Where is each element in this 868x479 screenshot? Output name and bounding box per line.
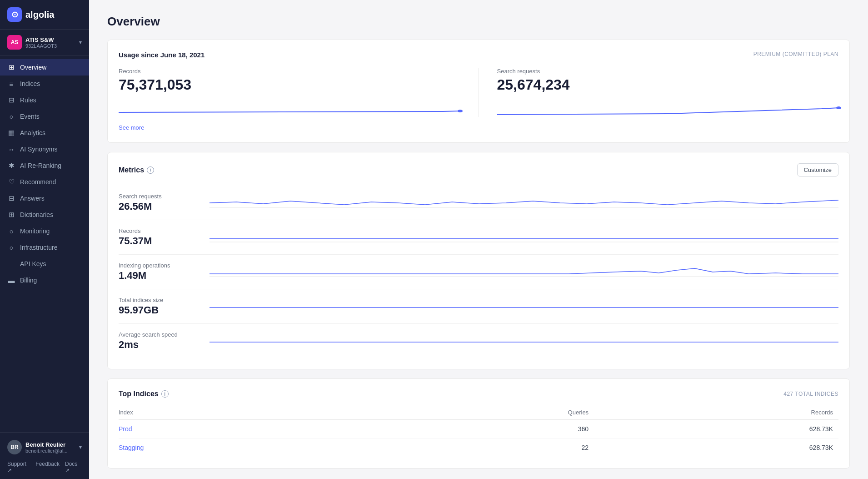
sidebar-item-label: Monitoring [20, 227, 50, 235]
sidebar-item-ai-reranking[interactable]: ✱ AI Re-Ranking [0, 157, 89, 174]
customize-button[interactable]: Customize [797, 163, 838, 176]
col-queries: Queries [375, 405, 594, 420]
search-requests-label: Search requests [497, 68, 839, 75]
sidebar-item-label: Billing [20, 277, 37, 284]
sidebar-item-dictionaries[interactable]: ⊞ Dictionaries [0, 207, 89, 223]
index-records-stagging: 628.73K [594, 439, 838, 457]
algolia-logo-icon: ⊙ [7, 7, 22, 22]
sidebar-item-label: Analytics [20, 129, 45, 136]
overview-icon: ⊞ [7, 63, 15, 71]
records-metric-chart [210, 229, 838, 246]
sidebar-item-api-keys[interactable]: — API Keys [0, 256, 89, 272]
records-label: Records [119, 68, 460, 75]
records-chart [119, 99, 460, 117]
sidebar-item-rules[interactable]: ⊟ Rules [0, 92, 89, 108]
sidebar-item-indices[interactable]: ≡ Indices [0, 76, 89, 92]
index-records-prod: 628.73K [594, 420, 838, 439]
svg-point-0 [458, 110, 463, 112]
metric-value: 1.49M [119, 270, 191, 282]
metrics-title: Metrics i [119, 166, 154, 174]
sidebar-item-label: Infrastructure [20, 244, 57, 251]
metric-value: 26.56M [119, 201, 191, 212]
sidebar-item-label: API Keys [20, 260, 46, 267]
metrics-header: Metrics i Customize [119, 163, 838, 176]
workspace-info: ATIS S&W 932LAAGOT3 [25, 36, 79, 49]
sidebar-item-label: Indices [20, 80, 40, 87]
sidebar-item-monitoring[interactable]: ○ Monitoring [0, 223, 89, 239]
workspace-id: 932LAAGOT3 [25, 43, 79, 49]
events-icon: ○ [7, 112, 15, 121]
indices-icon: ≡ [7, 80, 15, 88]
page-title: Overview [107, 15, 850, 29]
index-name-prod[interactable]: Prod [119, 420, 375, 439]
col-records: Records [594, 405, 838, 420]
see-more-link[interactable]: See more [119, 124, 144, 131]
workspace-name: ATIS S&W [25, 36, 79, 43]
dictionaries-icon: ⊞ [7, 211, 15, 219]
metric-info: Indexing operations 1.49M [119, 262, 191, 282]
docs-link[interactable]: Docs ↗ [65, 461, 82, 474]
ai-synonyms-icon: ↔ [7, 145, 15, 153]
metric-label: Records [119, 227, 191, 234]
support-link[interactable]: Support ↗ [7, 461, 30, 474]
sidebar-item-label: Dictionaries [20, 211, 53, 218]
ai-reranking-icon: ✱ [7, 161, 15, 170]
metric-info: Total indices size 95.97GB [119, 297, 191, 316]
sidebar: ⊙ algolia AS ATIS S&W 932LAAGOT3 ▾ ⊞ Ove… [0, 0, 89, 479]
infrastructure-icon: ○ [7, 243, 15, 252]
main-content: Overview Usage since June 18, 2021 PREMI… [89, 0, 868, 479]
index-queries-stagging: 22 [375, 439, 594, 457]
recommend-icon: ♡ [7, 178, 15, 186]
metric-value: 75.37M [119, 235, 191, 247]
plan-badge: PREMIUM (COMMITTED) PLAN [753, 51, 838, 57]
sidebar-item-answers[interactable]: ⊟ Answers [0, 190, 89, 207]
monitoring-icon: ○ [7, 227, 15, 235]
usage-header: Usage since June 18, 2021 PREMIUM (COMMI… [119, 51, 838, 59]
sidebar-item-label: Overview [20, 64, 46, 71]
sidebar-item-label: AI Re-Ranking [20, 162, 61, 169]
metric-row-search-speed: Average search speed 2ms [119, 324, 838, 358]
sidebar-nav: ⊞ Overview ≡ Indices ⊟ Rules ○ Events ▦ … [0, 55, 89, 432]
indexing-metric-chart [210, 264, 838, 280]
sidebar-item-overview[interactable]: ⊞ Overview [0, 59, 89, 76]
feedback-link[interactable]: Feedback [35, 461, 60, 474]
workspace-selector[interactable]: AS ATIS S&W 932LAAGOT3 ▾ [0, 30, 89, 55]
metric-row-indices-size: Total indices size 95.97GB [119, 289, 838, 324]
col-index: Index [119, 405, 375, 420]
workspace-avatar: AS [7, 35, 22, 50]
sidebar-item-infrastructure[interactable]: ○ Infrastructure [0, 239, 89, 256]
sidebar-item-recommend[interactable]: ♡ Recommend [0, 174, 89, 190]
sidebar-item-billing[interactable]: ▬ Billing [0, 272, 89, 288]
usage-stats: Records 75,371,053 Search requests 25,67… [119, 68, 838, 117]
search-requests-metric-chart [210, 195, 838, 211]
algolia-logo-text: algolia [25, 10, 54, 20]
sidebar-item-ai-synonyms[interactable]: ↔ AI Synonyms [0, 141, 89, 157]
rules-icon: ⊟ [7, 96, 15, 104]
svg-point-1 [836, 106, 841, 109]
total-indices-badge: 427 TOTAL INDICES [783, 391, 838, 397]
metrics-card: Metrics i Customize Search requests 26.5… [107, 152, 850, 369]
user-section[interactable]: BR Benoit Reulier benoit.reulier@al... ▾ [7, 438, 82, 456]
top-indices-header: Top Indices i 427 TOTAL INDICES [119, 390, 838, 398]
answers-icon: ⊟ [7, 194, 15, 202]
table-row: Prod 360 628.73K [119, 420, 838, 439]
sidebar-item-label: AI Synonyms [20, 146, 57, 153]
sidebar-item-events[interactable]: ○ Events [0, 108, 89, 125]
usage-title: Usage since June 18, 2021 [119, 51, 205, 59]
top-indices-info-icon[interactable]: i [161, 390, 169, 398]
analytics-icon: ▦ [7, 129, 15, 137]
records-stat: Records 75,371,053 [119, 68, 460, 117]
metric-label: Total indices size [119, 297, 191, 303]
index-queries-prod: 360 [375, 420, 594, 439]
metrics-info-icon[interactable]: i [147, 166, 154, 174]
metric-label: Indexing operations [119, 262, 191, 269]
user-name: Benoit Reulier [25, 441, 75, 448]
search-requests-stat: Search requests 25,674,234 [479, 68, 839, 117]
chevron-down-icon: ▾ [79, 444, 82, 450]
api-keys-icon: — [7, 260, 15, 268]
index-name-stagging[interactable]: Stagging [119, 439, 375, 457]
records-value: 75,371,053 [119, 76, 460, 93]
metric-info: Average search speed 2ms [119, 331, 191, 351]
user-info: Benoit Reulier benoit.reulier@al... [25, 441, 75, 454]
sidebar-item-analytics[interactable]: ▦ Analytics [0, 125, 89, 141]
